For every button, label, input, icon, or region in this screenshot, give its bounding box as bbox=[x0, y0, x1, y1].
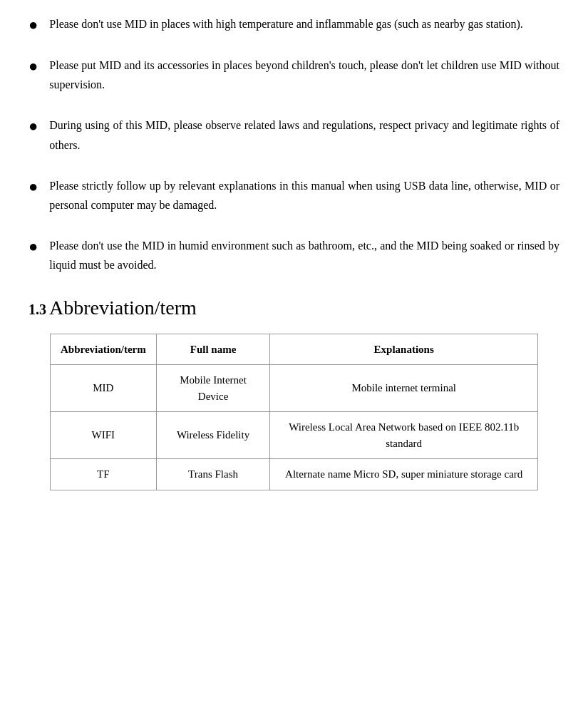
bullet-item: ●Please don't use the MID in humid envir… bbox=[29, 236, 559, 274]
table-row: MIDMobile Internet DeviceMobile internet… bbox=[51, 365, 538, 412]
bullet-text: Please don't use MID in places with high… bbox=[49, 14, 522, 34]
cell-fullname: Trans Flash bbox=[156, 459, 270, 490]
col-header-abbr: Abbreviation/term bbox=[51, 334, 157, 365]
table-row: TFTrans FlashAlternate name Micro SD, su… bbox=[51, 459, 538, 490]
cell-abbr: TF bbox=[51, 459, 157, 490]
bullet-text: Please don't use the MID in humid enviro… bbox=[49, 236, 559, 274]
cell-fullname: Wireless Fidelity bbox=[156, 412, 270, 459]
cell-abbr: WIFI bbox=[51, 412, 157, 459]
section-number: 1.3 bbox=[29, 302, 46, 317]
col-header-explanation: Explanations bbox=[270, 334, 538, 365]
col-header-fullname: Full name bbox=[156, 334, 270, 365]
section-heading: 1.3 Abbreviation/term bbox=[29, 297, 559, 319]
cell-explanation: Mobile internet terminal bbox=[270, 365, 538, 412]
table-header-row: Abbreviation/term Full name Explanations bbox=[51, 334, 538, 365]
cell-explanation: Wireless Local Area Network based on IEE… bbox=[270, 412, 538, 459]
bullet-dot-icon: ● bbox=[29, 237, 38, 256]
bullet-dot-icon: ● bbox=[29, 57, 38, 76]
abbreviation-table: Abbreviation/term Full name Explanations… bbox=[50, 334, 538, 490]
bullet-item: ●Please don't use MID in places with hig… bbox=[29, 14, 559, 34]
abbreviation-table-container: Abbreviation/term Full name Explanations… bbox=[50, 334, 538, 490]
cell-abbr: MID bbox=[51, 365, 157, 412]
bullet-dot-icon: ● bbox=[29, 16, 38, 34]
bullet-item: ●Please put MID and its accessories in p… bbox=[29, 56, 559, 94]
bullet-text: Please strictly follow up by relevant ex… bbox=[49, 176, 559, 215]
bullet-text: During using of this MID, please observe… bbox=[49, 115, 559, 154]
bullet-item: ●Please strictly follow up by relevant e… bbox=[29, 176, 559, 215]
bullet-dot-icon: ● bbox=[29, 178, 38, 196]
cell-explanation: Alternate name Micro SD, super miniature… bbox=[270, 459, 538, 490]
section-title: Abbreviation/term bbox=[49, 297, 197, 319]
cell-fullname: Mobile Internet Device bbox=[156, 365, 270, 412]
bullet-item: ●During using of this MID, please observ… bbox=[29, 115, 559, 154]
table-row: WIFIWireless FidelityWireless Local Area… bbox=[51, 412, 538, 459]
bullet-text: Please put MID and its accessories in pl… bbox=[49, 56, 559, 94]
bullet-dot-icon: ● bbox=[29, 117, 38, 135]
